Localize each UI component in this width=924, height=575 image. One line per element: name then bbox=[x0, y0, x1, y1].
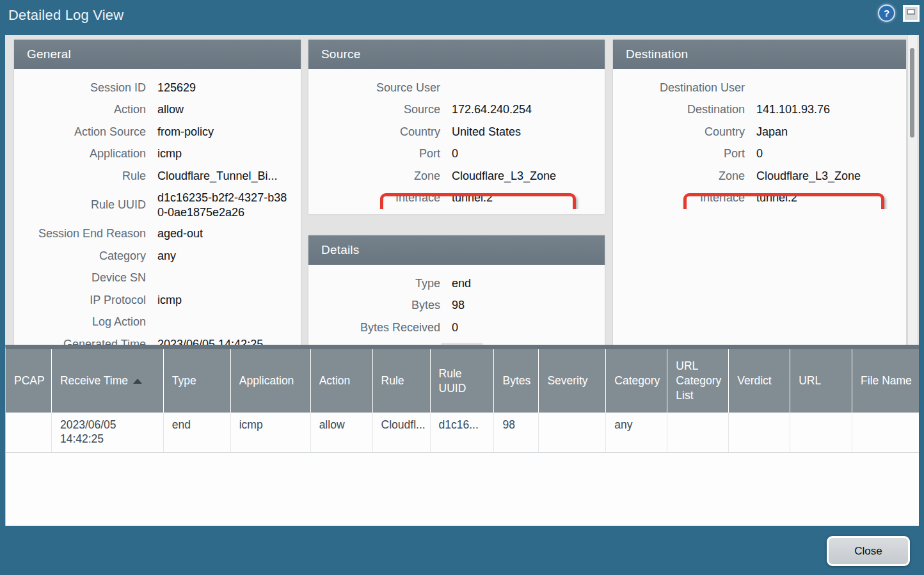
field-value: United States bbox=[452, 125, 521, 139]
column-header-application[interactable]: Application bbox=[231, 349, 311, 413]
panels-scrollbar[interactable] bbox=[907, 35, 917, 345]
general-panel: General Session ID 125629 Action allow A… bbox=[14, 40, 301, 345]
field-value: 141.101.93.76 bbox=[756, 103, 830, 116]
column-header-label: Verdict bbox=[737, 374, 772, 388]
field-label: Interface bbox=[613, 191, 745, 205]
field-row-country: Country United States bbox=[308, 121, 605, 143]
column-header-label: Rule bbox=[381, 374, 404, 388]
cell-url bbox=[790, 413, 852, 452]
field-row-category: Category any bbox=[14, 245, 301, 267]
field-row-application: Application icmp bbox=[14, 143, 301, 166]
field-value: 98 bbox=[452, 299, 465, 312]
cell-action: allow bbox=[311, 413, 373, 452]
field-label: Rule UUID bbox=[14, 198, 146, 212]
field-label: Port bbox=[308, 147, 440, 161]
field-row-session-id: Session ID 125629 bbox=[14, 77, 301, 99]
field-row-interface: Interface tunnel.2 bbox=[308, 187, 605, 210]
general-panel-header: General bbox=[14, 40, 301, 69]
field-label: Zone bbox=[308, 169, 440, 183]
column-header-label: Action bbox=[319, 374, 351, 388]
field-value: 125629 bbox=[157, 81, 196, 95]
column-header-rule[interactable]: Rule bbox=[373, 349, 431, 413]
column-header-receive-time[interactable]: Receive Time bbox=[52, 349, 164, 413]
field-label: Type bbox=[308, 277, 440, 290]
field-row-type: Type end bbox=[308, 272, 605, 295]
column-header-type[interactable]: Type bbox=[164, 349, 231, 413]
field-value: Cloudflare_L3_Zone bbox=[756, 169, 861, 183]
field-label: Device SN bbox=[14, 271, 146, 285]
field-value: 0 bbox=[452, 147, 458, 161]
field-label: Destination bbox=[613, 103, 745, 116]
cell-rule-uuid: d1c16... bbox=[431, 413, 495, 452]
table-row[interactable]: 2023/06/05 14:42:25 end icmp allow Cloud… bbox=[6, 413, 919, 453]
field-label: Log Action bbox=[14, 315, 146, 329]
maximize-window-icon-inner bbox=[907, 9, 915, 15]
field-label: Category bbox=[14, 249, 146, 263]
cell-verdict bbox=[729, 413, 790, 452]
panels-scrollbar-thumb[interactable] bbox=[910, 48, 914, 138]
field-value: 0 bbox=[756, 147, 763, 161]
field-value: aged-out bbox=[157, 227, 203, 240]
help-icon-glyph: ? bbox=[884, 8, 889, 19]
field-row-ip-protocol: IP Protocol icmp bbox=[14, 289, 301, 311]
field-label: Destination User bbox=[613, 81, 745, 95]
column-header-url[interactable]: URL bbox=[790, 349, 852, 413]
field-value: allow bbox=[157, 103, 184, 116]
column-header-bytes[interactable]: Bytes bbox=[494, 349, 539, 413]
field-row-rule-uuid: Rule UUID d1c16235-b2f2-4327-b380-0ae187… bbox=[14, 187, 301, 223]
field-label: Bytes bbox=[308, 299, 440, 312]
field-value: end bbox=[452, 277, 471, 290]
field-row-destination: Destination 141.101.93.76 bbox=[613, 99, 906, 122]
column-header-label: Receive Time bbox=[60, 374, 128, 388]
field-row-interface: Interface tunnel.2 bbox=[613, 187, 906, 210]
cell-receive-time: 2023/06/05 14:42:25 bbox=[52, 413, 164, 452]
field-row-action: Action allow bbox=[14, 99, 301, 122]
field-value: from-policy bbox=[157, 125, 214, 139]
cell-type: end bbox=[164, 413, 231, 452]
field-value: Cloudflare_L3_Zone bbox=[452, 169, 556, 183]
field-value: Cloudflare_Tunnel_Bi... bbox=[157, 169, 277, 183]
field-row-source-user: Source User bbox=[308, 77, 605, 99]
column-header-verdict[interactable]: Verdict bbox=[729, 349, 790, 413]
column-header-action[interactable]: Action bbox=[311, 349, 373, 413]
cell-category: any bbox=[606, 413, 667, 452]
column-header-pcap[interactable]: PCAP bbox=[6, 349, 52, 413]
column-header-category[interactable]: Category bbox=[606, 349, 667, 413]
column-header-file-name[interactable]: File Name bbox=[852, 349, 919, 413]
cell-severity bbox=[539, 413, 606, 452]
page-title: Detailed Log View bbox=[8, 7, 123, 24]
column-header-url-category-list[interactable]: URL Category List bbox=[667, 349, 729, 413]
close-button[interactable]: Close bbox=[827, 536, 910, 566]
field-row-zone: Zone Cloudflare_L3_Zone bbox=[308, 165, 605, 187]
field-label: Application bbox=[14, 147, 146, 161]
field-value: Japan bbox=[756, 125, 788, 139]
field-label: Interface bbox=[308, 191, 440, 205]
field-label: Action bbox=[14, 103, 146, 116]
field-label: Source bbox=[308, 103, 440, 116]
help-icon[interactable]: ? bbox=[878, 4, 895, 22]
log-entries-table: PCAP Receive Time Type Application Actio… bbox=[5, 345, 919, 526]
source-panel: Source Source User Source 172.64.240.254… bbox=[308, 40, 605, 214]
cell-pcap bbox=[6, 413, 52, 452]
field-row-port: Port 0 bbox=[613, 143, 906, 166]
field-label: Bytes Received bbox=[308, 321, 440, 335]
field-row-bytes-received: Bytes Received 0 bbox=[308, 317, 605, 339]
field-value: any bbox=[157, 249, 176, 263]
field-row-source: Source 172.64.240.254 bbox=[308, 99, 605, 122]
column-header-label: Type bbox=[172, 374, 196, 388]
field-value: 0 bbox=[452, 321, 458, 335]
field-label: Rule bbox=[14, 169, 146, 183]
cell-bytes: 98 bbox=[494, 413, 539, 452]
column-header-rule-uuid[interactable]: Rule UUID bbox=[431, 349, 495, 413]
column-header-label: Application bbox=[239, 374, 294, 388]
column-header-severity[interactable]: Severity bbox=[539, 349, 606, 413]
cell-url-category-list bbox=[667, 413, 729, 452]
field-row-bytes: Bytes 98 bbox=[308, 295, 605, 317]
sort-ascending-icon bbox=[133, 379, 142, 384]
field-value: 2023/06/05 14:42:25 bbox=[157, 338, 263, 345]
table-header-row: PCAP Receive Time Type Application Actio… bbox=[6, 349, 919, 413]
cell-rule: Cloudfl... bbox=[373, 413, 431, 452]
maximize-window-icon[interactable] bbox=[903, 5, 920, 22]
field-label: Action Source bbox=[14, 125, 146, 139]
destination-panel: Destination Destination User Destination… bbox=[613, 40, 906, 345]
